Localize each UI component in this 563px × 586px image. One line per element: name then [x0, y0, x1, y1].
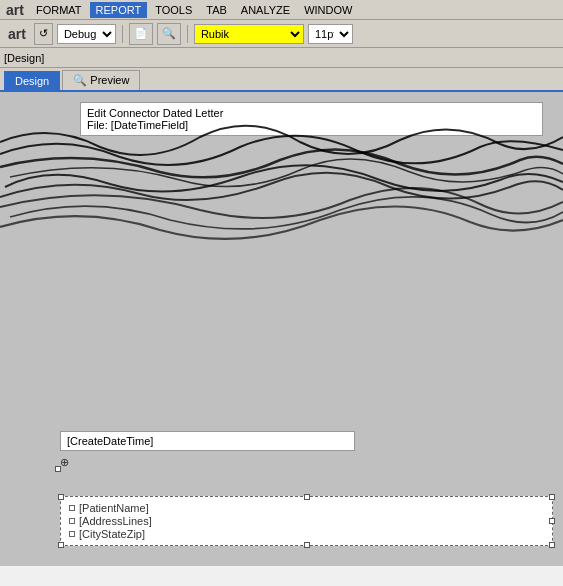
handle-br — [549, 542, 555, 548]
move-icon: ⊕ — [60, 456, 69, 469]
address-handle — [69, 518, 75, 524]
separator-2 — [187, 25, 188, 43]
debug-select[interactable]: Debug — [57, 24, 116, 44]
address-lines-label: [AddressLines] — [79, 515, 152, 527]
patient-name-handle — [69, 505, 75, 511]
doc-line2: File: [DateTimeField] — [87, 119, 536, 131]
doc-header-box: Edit Connector Dated Letter File: [DateT… — [80, 102, 543, 136]
city-state-zip-label: [CityStateZip] — [79, 528, 145, 540]
menu-bar: art FORMAT REPORT TOOLS TAB ANALYZE WIND… — [0, 0, 563, 20]
font-size-select[interactable]: 11pt — [308, 24, 353, 44]
separator-1 — [122, 25, 123, 43]
search-button[interactable]: 🔍 — [157, 23, 181, 45]
main-content: Edit Connector Dated Letter File: [DateT… — [0, 92, 563, 566]
search-icon: 🔍 — [162, 27, 176, 40]
create-datetime-label: [CreateDateTime] — [67, 435, 153, 447]
create-datetime-box: [CreateDateTime] — [60, 431, 355, 451]
menu-tools[interactable]: TOOLS — [149, 2, 198, 18]
page-button[interactable]: 📄 — [129, 23, 153, 45]
handle-bm — [304, 542, 310, 548]
doc-line1: Edit Connector Dated Letter — [87, 107, 536, 119]
address-lines-field: [AddressLines] — [69, 515, 544, 527]
art-menu-label[interactable]: art — [2, 2, 28, 18]
menu-format[interactable]: FORMAT — [30, 2, 88, 18]
menu-window[interactable]: WINDOW — [298, 2, 358, 18]
handle-tr — [549, 494, 555, 500]
tab-preview-label: Preview — [90, 74, 129, 86]
handle-bl — [58, 542, 64, 548]
handle-mr — [549, 518, 555, 524]
fields-box[interactable]: [PatientName] [AddressLines] [CityStateZ… — [60, 496, 553, 546]
canvas-area[interactable]: Edit Connector Dated Letter File: [DateT… — [0, 92, 563, 566]
refresh-button[interactable]: ↺ — [34, 23, 53, 45]
patient-name-field: [PatientName] — [69, 502, 544, 514]
toolbar: art ↺ Debug 📄 🔍 Rubik 11pt — [0, 20, 563, 48]
menu-report[interactable]: REPORT — [90, 2, 148, 18]
patient-name-label: [PatientName] — [79, 502, 149, 514]
font-name-select[interactable]: Rubik — [194, 24, 304, 44]
menu-tab[interactable]: TAB — [200, 2, 233, 18]
path-text: [Design] — [4, 52, 44, 64]
tab-preview[interactable]: 🔍 Preview — [62, 70, 140, 90]
handle-tm — [304, 494, 310, 500]
city-state-zip-field: [CityStateZip] — [69, 528, 544, 540]
path-bar: [Design] — [0, 48, 563, 68]
preview-icon: 🔍 — [73, 74, 87, 86]
scribble-overlay — [0, 92, 563, 566]
tab-design[interactable]: Design — [4, 71, 60, 90]
tab-row: Design 🔍 Preview — [0, 68, 563, 92]
city-handle — [69, 531, 75, 537]
refresh-icon: ↺ — [39, 27, 48, 40]
handle-tl — [58, 494, 64, 500]
menu-analyze[interactable]: ANALYZE — [235, 2, 296, 18]
toolbar-art-label: art — [4, 26, 30, 42]
page-icon: 📄 — [134, 27, 148, 40]
